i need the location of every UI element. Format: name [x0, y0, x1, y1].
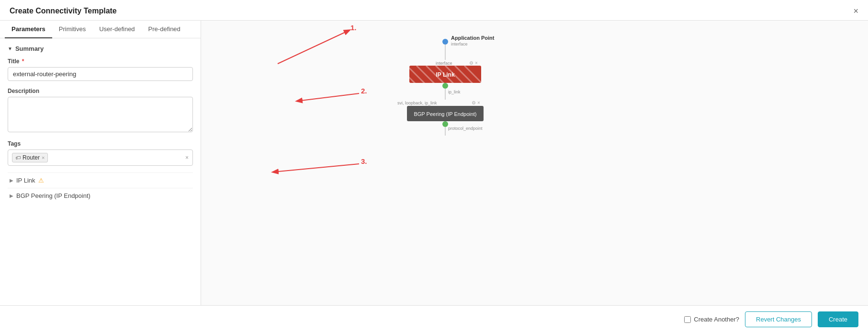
title-form-group: Title *: [8, 58, 193, 81]
modal-header: Create Connectivity Template ×: [0, 0, 868, 21]
tags-label: Tags: [8, 140, 193, 147]
annotations-svg: 1. 2. 3.: [201, 21, 868, 305]
svg-text:⚙: ⚙: [472, 100, 476, 105]
ip-link-warn-icon: ⚠: [38, 177, 44, 184]
protocol-dot: [442, 121, 448, 127]
svi-label: svi, loopback, ip_link: [397, 101, 437, 105]
summary-section-header[interactable]: ▼ Summary: [8, 45, 193, 52]
create-button[interactable]: Create: [818, 311, 858, 327]
tags-input-wrapper[interactable]: 🏷 Router × ×: [8, 149, 193, 166]
app-point-sub: interface: [451, 42, 468, 46]
interface-label: interface: [436, 61, 452, 66]
protocol-endpoint-label: protocol_endpoint: [448, 126, 483, 131]
tag-icon: 🏷: [15, 155, 21, 161]
title-required: *: [20, 58, 24, 65]
panel-content: ▼ Summary Title * Description: [0, 38, 201, 305]
bgp-label: BGP Peering (IP Endpoint): [16, 192, 90, 199]
ip-link-dot: [442, 83, 448, 89]
modal-title: Create Connectivity Template: [10, 7, 117, 15]
tab-parameters[interactable]: Parameters: [5, 21, 52, 38]
title-label: Title *: [8, 58, 193, 65]
right-panel: 1. 2. 3. Application Point interface int…: [201, 21, 868, 305]
tag-router-label: Router: [23, 154, 40, 161]
tags-clear-button[interactable]: ×: [185, 154, 189, 161]
tab-primitives[interactable]: Primitives: [52, 21, 92, 38]
description-label: Description: [8, 88, 193, 94]
ip-link-box-label: IP Link: [436, 71, 454, 78]
diagram-wrapper: Application Point interface interface ⚙ …: [369, 35, 522, 161]
svg-line-1: [297, 93, 359, 101]
description-textarea[interactable]: [8, 97, 193, 132]
bgp-box-label: BGP Peering (IP Endpoint): [414, 111, 476, 117]
svg-line-2: [273, 164, 359, 172]
modal-body: Parameters Primitives User-defined Pre-d…: [0, 21, 868, 305]
collapsible-ip-link[interactable]: ▶ IP Link ⚠: [8, 172, 193, 188]
svg-text:×: ×: [475, 60, 478, 66]
modal-overlay: Create Connectivity Template × Parameter…: [0, 0, 868, 333]
left-panel: Parameters Primitives User-defined Pre-d…: [0, 21, 201, 305]
ip-link-sub-label: ip_link: [448, 90, 461, 94]
svg-text:×: ×: [477, 100, 480, 105]
modal-close-button[interactable]: ×: [853, 7, 858, 15]
revert-changes-button[interactable]: Revert Changes: [745, 311, 812, 327]
app-point-dot: [442, 39, 448, 45]
ip-link-arrow-icon: ▶: [10, 178, 13, 183]
bgp-arrow-icon: ▶: [10, 193, 13, 198]
annotation-2: 2.: [361, 87, 367, 95]
modal-footer: Create Another? Revert Changes Create: [0, 305, 868, 333]
tag-router: 🏷 Router ×: [12, 153, 48, 162]
tab-user-defined[interactable]: User-defined: [92, 21, 141, 38]
annotation-1: 1.: [350, 23, 357, 32]
collapsible-bgp-peering[interactable]: ▶ BGP Peering (IP Endpoint): [8, 188, 193, 203]
create-another-label: Create Another?: [694, 316, 739, 323]
tag-router-remove-button[interactable]: ×: [42, 155, 45, 161]
tabs-bar: Parameters Primitives User-defined Pre-d…: [0, 21, 201, 38]
ip-link-label: IP Link: [16, 177, 35, 184]
diagram-svg: Application Point interface interface ⚙ …: [369, 35, 522, 160]
svg-line-0: [278, 30, 349, 64]
summary-arrow-icon: ▼: [8, 46, 12, 51]
app-point-label: Application Point: [451, 35, 495, 41]
tags-form-group: Tags 🏷 Router × ×: [8, 140, 193, 166]
tab-pre-defined[interactable]: Pre-defined: [142, 21, 187, 38]
description-form-group: Description: [8, 88, 193, 134]
summary-label: Summary: [15, 45, 44, 52]
create-another-checkbox[interactable]: [684, 316, 691, 323]
title-input[interactable]: [8, 67, 193, 81]
svg-text:⚙: ⚙: [469, 60, 473, 66]
create-another-group: Create Another?: [684, 316, 739, 323]
annotation-3: 3.: [361, 157, 367, 165]
